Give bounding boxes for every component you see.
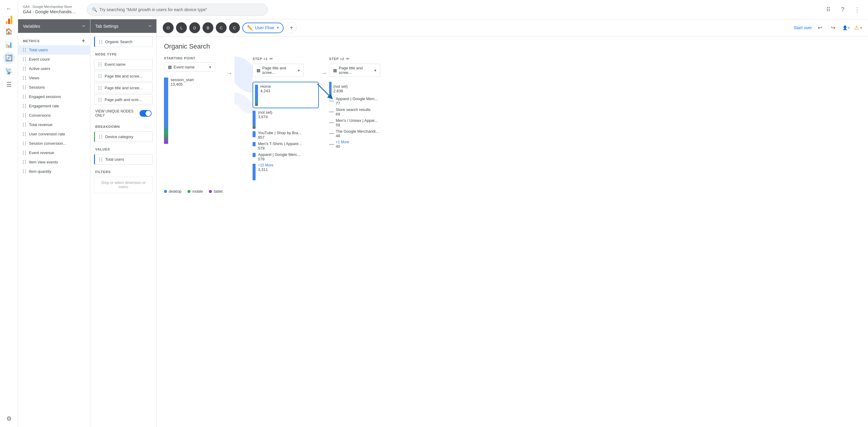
metric-label: User conversion rate bbox=[29, 132, 65, 136]
view-unique-nodes-label: VIEW UNIQUE NODESONLY bbox=[95, 109, 133, 118]
node-type-event-name[interactable]: Event name bbox=[94, 59, 153, 70]
step-selector-2[interactable]: ▦ Page title and scree... ▾ bbox=[253, 64, 304, 77]
apps-icon-button[interactable]: ⠿ bbox=[822, 4, 834, 16]
search-input[interactable] bbox=[99, 7, 262, 12]
property-selector[interactable]: GA4 - Google Merchandise Store GA4 - Goo… bbox=[23, 4, 83, 14]
step-selector-3[interactable]: ▦ Page title and scree... ▾ bbox=[329, 64, 380, 77]
metric-session-conversion[interactable]: Session conversion... bbox=[18, 139, 90, 148]
avatar-b[interactable]: B bbox=[203, 22, 213, 33]
variables-minimize-icon[interactable]: − bbox=[82, 23, 85, 29]
start-over-button[interactable]: Start over bbox=[794, 25, 812, 30]
node-value-home: 4,243 bbox=[260, 89, 271, 93]
edit-step2-icon[interactable]: ✏ bbox=[346, 56, 350, 61]
drag-handle-icon bbox=[99, 157, 103, 161]
drag-handle-icon bbox=[23, 57, 27, 61]
drag-handle-icon bbox=[98, 74, 102, 78]
user-flow-selector[interactable]: ✏️ User Flow ▾ bbox=[242, 23, 284, 33]
add-metric-icon[interactable]: + bbox=[82, 38, 85, 44]
node-more-15[interactable]: +15 More 3,311 bbox=[253, 163, 319, 180]
node-youtube[interactable]: YouTube | Shop by Bra... 857 bbox=[253, 130, 319, 140]
node-type-page-path[interactable]: Page path and scre... bbox=[94, 94, 153, 105]
avatar-c1[interactable]: C bbox=[216, 22, 227, 33]
more-icon-button[interactable]: ⋮ bbox=[851, 4, 863, 16]
metric-label: Item quantity bbox=[29, 169, 51, 174]
node-not-set-1[interactable]: (not set) 3,674 bbox=[253, 110, 319, 129]
home-nav-icon[interactable]: 🏠 bbox=[3, 25, 15, 37]
help-icon-button[interactable]: ? bbox=[837, 4, 849, 16]
add-user-button[interactable]: 👤+ bbox=[841, 22, 852, 33]
avatar-l[interactable]: L bbox=[176, 22, 187, 33]
legend-row: desktop mobile tablet bbox=[164, 185, 861, 193]
metric-label: Conversions bbox=[29, 113, 51, 118]
arrow-connector-1: → bbox=[224, 70, 235, 77]
explore-nav-icon[interactable]: 🔄 bbox=[3, 52, 15, 64]
avatar-d[interactable]: D bbox=[189, 22, 200, 33]
node-type-label: Event name bbox=[104, 62, 125, 67]
search-bar[interactable]: 🔍 bbox=[87, 4, 268, 16]
property-name: GA4 - Google Merchandise ... bbox=[23, 9, 77, 14]
values-total-users[interactable]: Total users bbox=[94, 154, 153, 165]
view-unique-nodes-row: VIEW UNIQUE NODESONLY bbox=[90, 106, 156, 121]
metric-views[interactable]: Views bbox=[18, 73, 90, 83]
step-selector-1[interactable]: ▦ Event name ▾ bbox=[164, 62, 215, 71]
edit-step1-icon[interactable]: ✏ bbox=[270, 56, 273, 61]
tab-settings-title: Tab Settings bbox=[95, 24, 119, 29]
avatar-o[interactable]: O bbox=[163, 22, 174, 33]
step2-more[interactable]: +1 More 40 bbox=[329, 140, 396, 149]
tab-settings-content: Organic Search NODE TYPE Event name bbox=[90, 33, 156, 427]
node-bar-home bbox=[255, 85, 258, 106]
node-apparel-1[interactable]: Apparel | Google Merc... 578 bbox=[253, 152, 319, 161]
metric-user-conversion-rate[interactable]: User conversion rate bbox=[18, 129, 90, 139]
metric-event-count[interactable]: Event count bbox=[18, 55, 90, 64]
metric-item-view-events[interactable]: Item view events bbox=[18, 157, 90, 167]
settings-nav-icon[interactable]: ⚙ bbox=[3, 413, 15, 425]
advertising-nav-icon[interactable]: 📡 bbox=[3, 65, 15, 77]
view-unique-nodes-toggle[interactable] bbox=[140, 110, 152, 117]
metric-label: Event count bbox=[29, 57, 50, 62]
undo-button[interactable]: ↩ bbox=[814, 22, 825, 33]
warning-icon: ⚠ bbox=[854, 24, 859, 31]
menu-nav-icon[interactable]: ☰ bbox=[3, 79, 15, 90]
more-link-15[interactable]: +15 More bbox=[258, 163, 273, 167]
breakdown-value-label: Device category bbox=[105, 134, 133, 139]
metric-sessions[interactable]: Sessions bbox=[18, 83, 90, 92]
step1-column: STEP +1 ✏ ▦ Page title and scree... ▾ bbox=[253, 56, 319, 182]
node-type-page-title-1[interactable]: Page title and scree... bbox=[94, 71, 153, 82]
metric-total-users[interactable]: Total users bbox=[18, 45, 90, 55]
node-home-selected[interactable]: Home 4,243 bbox=[253, 82, 319, 108]
step2-label: (not set) bbox=[333, 84, 348, 89]
filters-drop-zone[interactable]: Drop or select dimension or metric bbox=[94, 177, 153, 193]
tab-settings-panel: Tab Settings − Organic Search NODE TYPE bbox=[90, 19, 157, 427]
node-label: YouTube | Shop by Bra... bbox=[258, 130, 301, 135]
main-content: Variables − METRICS + Total users bbox=[18, 19, 868, 427]
drag-handle-icon bbox=[99, 40, 103, 44]
avatar-c2[interactable]: C bbox=[229, 22, 240, 33]
redo-button[interactable]: ↪ bbox=[828, 22, 838, 33]
metric-total-revenue[interactable]: Total revenue bbox=[18, 120, 90, 129]
drag-handle-icon bbox=[23, 113, 27, 117]
node-type-page-title-2[interactable]: Page title and scree... bbox=[94, 83, 153, 93]
step2-dash-icon bbox=[329, 122, 334, 123]
metric-engaged-sessions[interactable]: Engaged sessions bbox=[18, 92, 90, 101]
tab-name-item[interactable]: Organic Search bbox=[94, 36, 153, 47]
breakdown-device-category[interactable]: Device category bbox=[94, 131, 153, 142]
step2-dash-icon bbox=[329, 144, 334, 145]
node-mens-tshirts[interactable]: Men's T-Shirts | Appare... 579 bbox=[253, 142, 319, 150]
node-type-label: Page title and scree... bbox=[104, 86, 143, 90]
metric-active-users[interactable]: Active users bbox=[18, 64, 90, 73]
back-button[interactable]: ← bbox=[3, 2, 15, 14]
legend-tablet-dot bbox=[209, 190, 212, 193]
warning-button[interactable]: ⚠ ▾ bbox=[854, 24, 862, 31]
legend-desktop-label: desktop bbox=[169, 189, 181, 193]
analytics-logo bbox=[6, 16, 12, 24]
metric-conversions[interactable]: Conversions bbox=[18, 111, 90, 120]
arrow-connector-2: → bbox=[319, 70, 329, 77]
more-link-1[interactable]: +1 More bbox=[336, 140, 349, 144]
tab-settings-minimize-icon[interactable]: − bbox=[148, 23, 152, 29]
metric-engagement-rate[interactable]: Engagement rate bbox=[18, 101, 90, 111]
add-flow-button[interactable]: + bbox=[286, 22, 297, 33]
metric-label: Active users bbox=[29, 66, 50, 71]
reports-nav-icon[interactable]: 📊 bbox=[3, 39, 15, 51]
metric-event-revenue[interactable]: Event revenue bbox=[18, 148, 90, 157]
metric-item-quantity[interactable]: Item quantity bbox=[18, 167, 90, 176]
